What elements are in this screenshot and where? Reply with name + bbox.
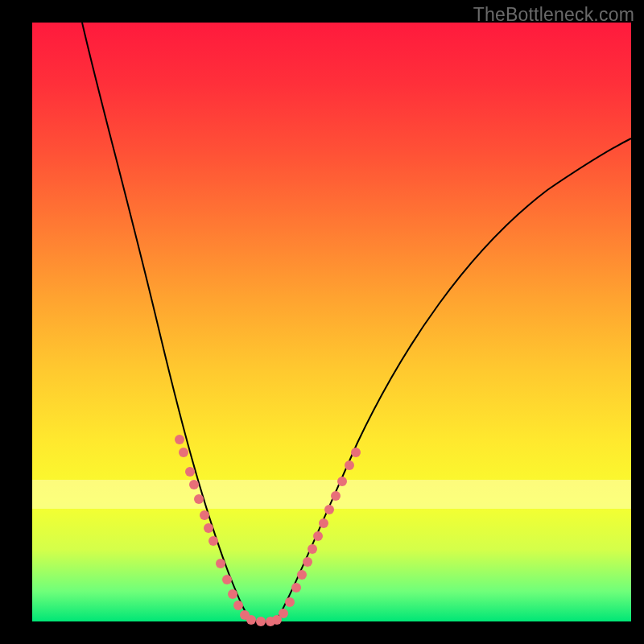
curve-layer xyxy=(32,23,631,621)
svg-point-6 xyxy=(204,523,213,533)
svg-point-21 xyxy=(303,557,312,567)
svg-point-22 xyxy=(308,544,317,554)
svg-point-9 xyxy=(222,575,232,584)
svg-point-11 xyxy=(233,601,243,610)
svg-point-17 xyxy=(279,609,288,618)
svg-point-8 xyxy=(216,559,225,568)
svg-point-13 xyxy=(246,615,256,625)
chart-frame: TheBottleneck.com xyxy=(0,0,644,644)
curve-left xyxy=(82,23,251,620)
watermark-text: TheBottleneck.com xyxy=(473,4,634,26)
svg-point-20 xyxy=(297,570,307,580)
svg-point-27 xyxy=(337,477,347,486)
svg-point-18 xyxy=(285,597,295,607)
svg-point-14 xyxy=(256,617,266,626)
markers-left xyxy=(175,435,275,626)
svg-point-4 xyxy=(194,494,204,504)
svg-point-26 xyxy=(331,491,341,501)
svg-point-2 xyxy=(185,467,195,477)
svg-point-25 xyxy=(324,505,334,514)
svg-point-1 xyxy=(179,448,188,457)
svg-point-28 xyxy=(345,460,354,470)
svg-point-0 xyxy=(175,435,184,444)
svg-point-7 xyxy=(208,536,218,546)
svg-point-3 xyxy=(189,480,199,489)
svg-point-23 xyxy=(313,531,323,541)
svg-point-5 xyxy=(200,510,209,520)
svg-point-24 xyxy=(319,518,328,528)
svg-point-29 xyxy=(351,448,361,457)
svg-point-19 xyxy=(291,583,301,592)
markers-right xyxy=(272,448,361,625)
svg-point-10 xyxy=(228,589,237,599)
curve-right xyxy=(277,138,631,620)
